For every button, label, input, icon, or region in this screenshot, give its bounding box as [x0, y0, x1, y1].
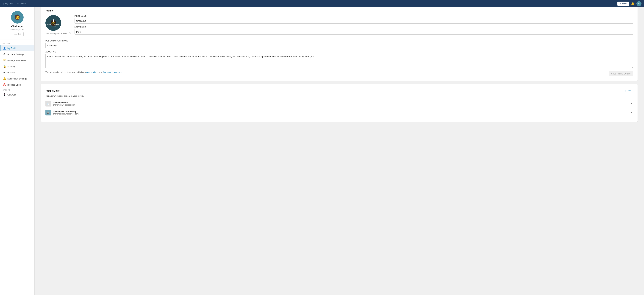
sidebar-profile-section: 🧔 Chaitanya @chaitanyamsv Log Out [0, 11, 34, 39]
avatar-placeholder: 🧔 [14, 14, 20, 20]
my-sites-link[interactable]: ⊞ My Sites [2, 2, 13, 5]
remove-link-button-1[interactable]: ✕ [630, 110, 633, 115]
reader-link[interactable]: ☰ Reader [17, 2, 26, 5]
my-profile-label: My Profile [8, 47, 17, 49]
top-nav-left: ⊞ My Sites ☰ Reader [2, 2, 618, 5]
profile-links-card: Profile Links ⊕ Add Manage which sites a… [41, 84, 638, 122]
bell-icon: 🔔 [3, 77, 6, 80]
blocked-sites-label: Blocked Sites [8, 84, 21, 86]
gravatar-link[interactable]: Gravatar Hovercards [103, 71, 122, 73]
write-button[interactable]: ✏ Write [618, 1, 629, 6]
profile-photo-circle[interactable]: 🧔 ⬆ Click to change photo [46, 15, 61, 31]
sidebar-handle: @chaitanyamsv [2, 28, 32, 30]
last-name-label: Last Name [74, 26, 633, 28]
display-name-input[interactable] [46, 43, 633, 48]
sidebar-item-blocked-sites[interactable]: 🚫 Blocked Sites [0, 82, 34, 88]
about-me-row: About Me I am a family man, perpetual le… [46, 51, 633, 68]
last-name-row: Last Name [74, 26, 633, 34]
profile-links-header: Profile Links ⊕ Add [46, 89, 633, 93]
sidebar-special-section-label: Special [0, 88, 34, 92]
display-name-row: Public Display Name [46, 40, 633, 48]
profile-card-title: Profile [46, 9, 633, 12]
profile-links-title: Profile Links [46, 89, 60, 92]
about-me-textarea[interactable]: I am a family man, perpetual learner, an… [46, 54, 633, 68]
last-name-input[interactable] [74, 29, 633, 34]
link-name-1: Chaitanya's Photo Blog [53, 110, 628, 113]
sidebar-avatar: 🧔 [11, 11, 24, 23]
link-name-0: Chaitanya MSV [53, 101, 628, 104]
link-thumb-1: 📷 [46, 110, 51, 115]
sidebar-item-get-apps[interactable]: 📱 Get Apps [0, 92, 34, 98]
sidebar-item-security[interactable]: 🔒 Security [0, 63, 34, 70]
manage-purchases-label: Manage Purchases [8, 59, 26, 62]
link-thumb-0: 📄 [46, 101, 51, 106]
reader-icon: ☰ [17, 2, 19, 5]
link-item-0: 📄 Chaitanya MSV chaitpress.wordpress.com… [46, 99, 633, 108]
person-icon: 👤 [3, 47, 6, 50]
sidebar-item-manage-purchases[interactable]: 💳 Manage Purchases [0, 57, 34, 63]
reader-label: Reader [20, 2, 26, 5]
sidebar-item-privacy[interactable]: 👁 Privacy [0, 70, 34, 75]
first-name-label: First Name [74, 15, 633, 17]
change-photo-text: Click to change photo [46, 23, 61, 27]
sidebar-item-account-settings[interactable]: ⚙ Account Settings [0, 51, 34, 57]
remove-link-button-0[interactable]: ✕ [630, 101, 633, 106]
sidebar-item-notification-settings[interactable]: 🔔 Notification Settings [0, 75, 34, 82]
notification-settings-label: Notification Settings [8, 77, 27, 80]
add-label: Add [628, 89, 631, 92]
sidebar-profile-section-label: Profile [0, 41, 34, 45]
first-name-row: First Name [74, 15, 633, 23]
get-apps-label: Get Apps [8, 93, 16, 96]
apps-icon: 📱 [3, 93, 6, 96]
write-label: Write [622, 2, 627, 5]
logout-button[interactable]: Log Out [11, 32, 24, 36]
user-avatar[interactable]: C [636, 1, 642, 6]
profile-card: Profile 🧔 ⬆ Click to change photo Your p… [41, 5, 638, 81]
upload-icon: ⬆ [52, 19, 55, 23]
sidebar: 🧔 Chaitanya @chaitanyamsv Log Out Profil… [0, 7, 34, 288]
notifications-bell-icon[interactable]: 🔔 [631, 2, 634, 5]
info-icon: ⓘ [69, 32, 71, 35]
top-navigation: ⊞ My Sites ☰ Reader ✏ Write 🔔 C [0, 0, 644, 7]
gear-icon: ⚙ [3, 53, 6, 56]
add-link-button[interactable]: ⊕ Add [623, 89, 633, 93]
link-info-0: Chaitanya MSV chaitpress.wordpress.com [53, 101, 628, 106]
link-info-1: Chaitanya's Photo Blog chaitphotoblog.wo… [53, 110, 628, 115]
link-url-0: chaitpress.wordpress.com [53, 104, 628, 106]
profile-info-text: This information will be displayed publi… [46, 71, 123, 73]
security-label: Security [8, 65, 16, 68]
photo-note: Your profile photo is public. ⓘ [46, 32, 71, 35]
my-sites-label: My Sites [5, 2, 13, 5]
profile-photo-section: 🧔 ⬆ Click to change photo Your profile p… [46, 15, 633, 37]
avatar-initials: C [638, 2, 640, 5]
block-icon: 🚫 [3, 83, 6, 86]
privacy-label: Privacy [8, 71, 14, 74]
main-content: Profile 🧔 ⬆ Click to change photo Your p… [34, 0, 644, 288]
your-profile-link[interactable]: your profile [86, 71, 96, 73]
sidebar-item-my-profile[interactable]: 👤 My Profile [0, 45, 34, 51]
account-settings-label: Account Settings [8, 53, 24, 56]
photo-column: 🧔 ⬆ Click to change photo Your profile p… [46, 15, 71, 37]
credit-card-icon: 💳 [3, 59, 6, 62]
site-icon-0: 📄 [47, 103, 49, 105]
write-icon: ✏ [620, 2, 621, 5]
display-name-label: Public Display Name [46, 40, 633, 42]
plus-icon: ⊕ [625, 89, 626, 92]
about-me-label: About Me [46, 51, 633, 53]
top-nav-right: ✏ Write 🔔 C [618, 1, 642, 6]
eye-icon: 👁 [3, 71, 6, 74]
site-icon-1: 📷 [47, 112, 49, 114]
link-url-1: chaitphotoblog.wordpress.com [53, 113, 628, 115]
save-profile-button[interactable]: Save Profile Details [608, 71, 633, 76]
sidebar-username: Chaitanya [2, 25, 32, 28]
photo-overlay: ⬆ Click to change photo [46, 15, 61, 31]
manage-sites-text: Manage which sites appear in your profil… [46, 95, 633, 97]
profile-footer: This information will be displayed publi… [46, 71, 633, 76]
first-name-input[interactable] [74, 18, 633, 23]
lock-icon: 🔒 [3, 65, 6, 68]
link-item-1: 📷 Chaitanya's Photo Blog chaitphotoblog.… [46, 108, 633, 117]
name-fields: First Name Last Name [74, 15, 633, 37]
wordpress-icon: ⊞ [2, 2, 4, 5]
